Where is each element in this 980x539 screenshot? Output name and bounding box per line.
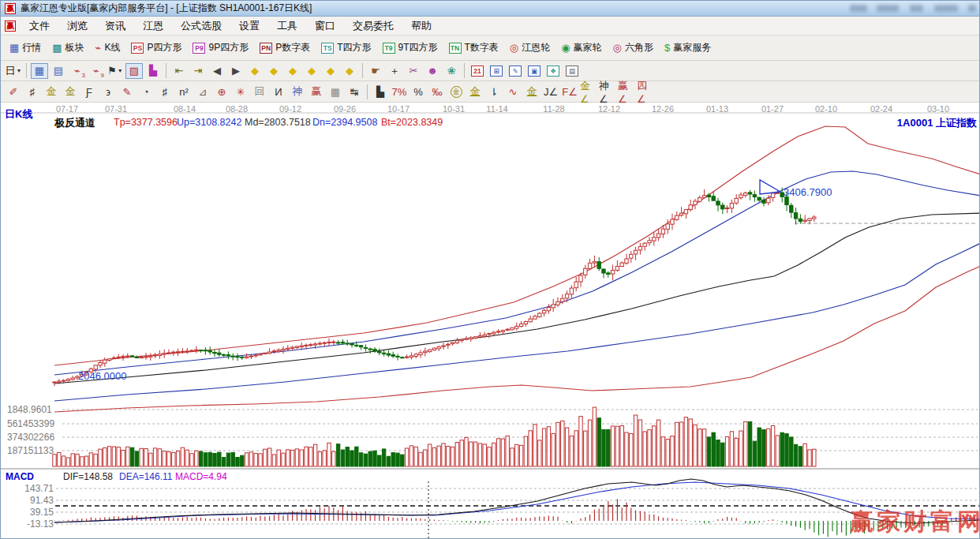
tool-jump-last-button[interactable]: ⇥ — [189, 63, 207, 79]
tool-jump-first-button[interactable]: ⇤ — [170, 63, 188, 79]
menu-window[interactable]: 窗口 — [306, 17, 344, 35]
menu-tools[interactable]: 工具 — [268, 17, 306, 35]
tool-pan-right-diamond-button[interactable]: ◆ — [265, 63, 282, 79]
tool-angle-line-j-button[interactable]: J∠ — [542, 84, 559, 99]
tool-golden-ratio-v-button[interactable]: 金 — [43, 84, 60, 99]
tool-crosshair-button[interactable]: ＋ — [386, 63, 403, 79]
menu-file[interactable]: 文件 — [21, 17, 58, 35]
menu-news[interactable]: 资讯 — [96, 17, 134, 35]
tool-percent-line-button[interactable]: ‰ — [428, 84, 446, 99]
toolbar-hexagon-button[interactable]: ◎六角形 — [608, 39, 659, 57]
tool-gann-circle-button[interactable]: ⊕ — [213, 84, 230, 99]
tool-angle-line-four-button[interactable]: 四∠ — [637, 84, 654, 99]
menu-trade-order[interactable]: 交易委托 — [344, 17, 402, 35]
tool-flag-tool-button[interactable]: ⚑▼ — [107, 63, 124, 79]
tool-gold-line-tool-button[interactable]: 金 — [466, 84, 484, 99]
menu-browse[interactable]: 浏览 — [58, 17, 96, 35]
tool-angle-line-shen-button[interactable]: 神∠ — [599, 84, 616, 99]
tool-step-forward-button[interactable]: ▶ — [227, 63, 245, 79]
tool-print-button[interactable]: ▤ — [563, 63, 581, 79]
toolbar-gann-wheel-button[interactable]: ◎江恩轮 — [504, 39, 555, 57]
tool-calculator-button[interactable]: ⊞ — [488, 63, 505, 79]
toolbar-p-square-button[interactable]: PSP四方形 — [125, 39, 187, 57]
tool-scale-ruler-button[interactable]: ▙ — [372, 84, 389, 99]
tool-time-cycle-clock-button[interactable]: ◔ — [137, 84, 155, 99]
titlebar-blurred-control-4[interactable] — [934, 5, 958, 12]
macd-scale-39.15: 39.15 — [5, 507, 54, 518]
tool-zoom-out-h-diamond-button[interactable]: ◆ — [284, 63, 301, 79]
quotes-label: 行情 — [22, 41, 41, 54]
tool-shen-marker-button[interactable]: 神 — [289, 84, 306, 99]
tool-mini-chart-3-button[interactable]: ⌁3 — [69, 63, 86, 79]
tool-period-selector-button[interactable]: 日▼ — [5, 63, 22, 79]
toolbar-kline-button[interactable]: ⌁K线 — [90, 39, 126, 57]
tool-zoom-out-all-diamond-button[interactable]: ◆ — [322, 63, 339, 79]
time-fib-lines-icon: ♯ — [30, 86, 36, 98]
analysis-figure-icon: ❀ — [447, 65, 456, 77]
menu-settings[interactable]: 设置 — [230, 17, 268, 35]
tool-mini-chart-9-button[interactable]: ⌁9 — [88, 63, 105, 79]
tool-time-fib-lines-button[interactable]: ♯ — [24, 84, 41, 99]
titlebar-blurred-control-2[interactable] — [877, 5, 899, 12]
tool-price-time-grid-button[interactable]: ▦ — [327, 84, 344, 99]
tool-save-button[interactable]: ▣ — [526, 63, 543, 79]
tool-angle-line-f-button[interactable]: F∠ — [561, 84, 578, 99]
toolbar-9t-square-button[interactable]: T99T四方形 — [377, 39, 443, 57]
titlebar-blurred-control-5[interactable] — [968, 5, 976, 12]
titlebar-blurred-control-3[interactable] — [910, 5, 923, 12]
tool-drag-hand-button[interactable]: ☛ — [367, 63, 384, 79]
tool-info-panel-button[interactable]: ▤ — [50, 63, 67, 79]
tool-measure-scissors-button[interactable]: ✂ — [405, 63, 422, 79]
tool-gann-box-button[interactable]: 回 — [251, 84, 268, 99]
tool-pan-left-diamond-button[interactable]: ◆ — [246, 63, 264, 79]
tool-zoom-in-all-diamond-button[interactable]: ◆ — [341, 63, 358, 79]
tool-spiral-tool-button[interactable]: ϶ — [99, 84, 117, 99]
volume-axis-label-1: 561453399 — [7, 418, 54, 429]
tool-angle-line-ying-button[interactable]: 赢∠ — [618, 84, 635, 99]
toolbar-separator — [362, 63, 363, 78]
toolbar-sectors-button[interactable]: ▩板块 — [47, 39, 89, 57]
tool-trend-knife-button[interactable]: ✐ — [5, 84, 22, 99]
tool-arrow-annotate-button[interactable]: ⇂ — [485, 84, 503, 99]
tool-wave-band-button[interactable]: ∿ — [504, 84, 522, 99]
tool-network-data-button[interactable]: ❖ — [544, 63, 562, 79]
tool-gann-star-button[interactable]: ✳ — [232, 84, 249, 99]
tool-window-layout-button[interactable]: ▦ — [31, 63, 48, 79]
tool-step-back-button[interactable]: ◀ — [208, 63, 226, 79]
tool-width-arrows-button[interactable]: ↹ — [346, 84, 363, 99]
tool-percent-tool-button[interactable]: % — [410, 84, 427, 99]
menu-gann[interactable]: 江恩 — [134, 17, 172, 35]
tool-analysis-figure-button[interactable]: ❀ — [443, 63, 460, 79]
toolbar-t-square-button[interactable]: TST四方形 — [316, 39, 376, 57]
titlebar-blurred-control-1[interactable] — [850, 5, 867, 12]
tool-density-lines-button[interactable]: ♯ — [156, 84, 174, 99]
tool-colored-histogram-button[interactable]: ▙ — [144, 63, 162, 79]
tool-calendar-button[interactable]: 21 — [469, 63, 486, 79]
toolbar-winner-service-button[interactable]: $赢家服务 — [659, 39, 716, 57]
golden-ratio-v-icon: 金 — [47, 84, 57, 99]
menu-formula-picker[interactable]: 公式选股 — [172, 17, 230, 35]
tool-angle-line-gold-button[interactable]: 金∠ — [580, 84, 597, 99]
tool-fan-f-button[interactable]: Ƒ — [80, 84, 98, 99]
toolbar-9p-square-button[interactable]: P99P四方形 — [187, 39, 254, 57]
toolbar-t-number-table-button[interactable]: TNT数字表 — [443, 39, 504, 57]
tool-mirror-line-button[interactable]: ⊿ — [194, 84, 211, 99]
tool-mark-knife-button[interactable]: ✎ — [118, 84, 136, 99]
tool-golden-ratio-h-button[interactable]: 金 — [62, 84, 79, 99]
tool-percent-retrace-button[interactable]: 7% — [391, 84, 408, 99]
titlebar[interactable]: 赢 赢家江恩专业版[赢家内部服务平台] - [上证指数 SH1A0001-167… — [1, 1, 980, 17]
tool-zigzag-mark-button[interactable]: И — [270, 84, 287, 99]
tool-zoom-in-h-diamond-button[interactable]: ◆ — [303, 63, 320, 79]
tool-notepad-button[interactable]: ✎ — [507, 63, 524, 79]
toolbar-winner-wheel-button[interactable]: ◉赢家轮 — [555, 39, 607, 57]
chart-area[interactable]: 日K线 07-1707-3108-1408-2809-1209-2610-171… — [1, 103, 980, 539]
toolbar-quotes-button[interactable]: ▦行情 — [4, 39, 47, 57]
menu-help[interactable]: 帮助 — [402, 17, 440, 35]
tool-ying-marker-button[interactable]: 赢 — [308, 84, 325, 99]
tool-region-zoom-button[interactable]: ▨ — [125, 63, 143, 79]
toolbar-p-number-table-button[interactable]: PNP数字表 — [254, 39, 316, 57]
tool-gold-band-button[interactable]: 金 — [523, 84, 540, 99]
tool-n-square-button[interactable]: n² — [175, 84, 193, 99]
tool-gann-figure-button[interactable]: ☻ — [424, 63, 441, 79]
tool-gold-circle-tool-button[interactable]: 金 — [447, 84, 465, 99]
